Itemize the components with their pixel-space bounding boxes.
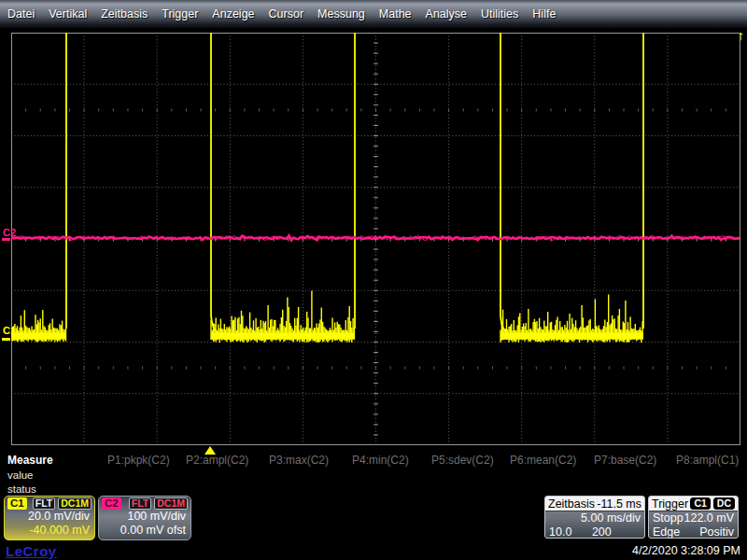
measure-param-p5[interactable]: P5:sdev(C2): [431, 454, 494, 467]
c2-id-badge: C2: [102, 497, 121, 510]
measure-param-p4[interactable]: P4:min(C2): [352, 454, 409, 467]
c1-scale: 20.0 mV/div: [5, 510, 94, 524]
timebase-title: Zeitbasis: [548, 497, 595, 511]
measure-param-p7[interactable]: P7:base(C2): [594, 454, 656, 467]
trigger-box[interactable]: Trigger C1 DC Stopp 122.0 mV Edge Positi…: [648, 496, 739, 539]
menu-mathe[interactable]: Mathe: [379, 7, 412, 21]
trigger-source-badge: C1: [690, 497, 710, 510]
c2-trace-label[interactable]: C2: [3, 228, 16, 238]
timebase-scale: 5.00 ms/div: [581, 511, 641, 525]
c1-zero-marker[interactable]: [2, 338, 10, 341]
c1-descriptor-box[interactable]: C1 FLT DC1M 20.0 mV/div -40.000 mV: [4, 496, 95, 540]
waveform-display: [11, 33, 740, 445]
menu-anzeige[interactable]: Anzeige: [212, 7, 254, 21]
trigger-title: Trigger: [652, 497, 688, 511]
trigger-coupling-badge: DC: [713, 497, 735, 510]
menu-zeitbasis[interactable]: Zeitbasis: [101, 7, 148, 21]
c2-dc1m-badge: DC1M: [154, 497, 188, 510]
menu-hilfe[interactable]: Hilfe: [532, 7, 556, 21]
menu-trigger[interactable]: Trigger: [162, 7, 198, 21]
measure-param-p2[interactable]: P2:ampl(C2): [186, 454, 248, 467]
c2-zero-marker[interactable]: [2, 238, 10, 241]
menu-vertikal[interactable]: Vertikal: [49, 7, 87, 21]
c1-dc1m-badge: DC1M: [58, 497, 92, 510]
menu-cursor[interactable]: Cursor: [269, 7, 304, 21]
timebase-samples: 10.0 MS: [549, 525, 592, 539]
measure-param-p8[interactable]: P8:ampl(C1): [676, 454, 739, 467]
menu-messung[interactable]: Messung: [317, 7, 365, 21]
c2-flt-badge: FLT: [129, 497, 151, 510]
timebase-box[interactable]: Zeitbasis -11.5 ms 5.00 ms/div 10.0 MS 2…: [544, 496, 645, 539]
measure-row-value: value: [7, 469, 34, 481]
c1-trace-label[interactable]: C1: [3, 326, 16, 336]
trigger-level: 122.0 mV: [684, 511, 734, 525]
waveform-svg: [11, 33, 740, 445]
datetime-display: 4/2/2020 3:28:09 PM: [632, 544, 740, 557]
trigger-mode: Stopp: [653, 511, 684, 525]
c2-scale: 100 mV/div: [99, 510, 190, 524]
c1-offset: -40.000 mV: [5, 524, 94, 538]
trigger-type: Edge: [653, 525, 680, 539]
measure-param-p1[interactable]: P1:pkpk(C2): [107, 454, 170, 467]
measure-row-status: status: [7, 483, 36, 495]
menu-bar: Datei Vertikal Zeitbasis Trigger Anzeige…: [0, 0, 747, 28]
menu-datei[interactable]: Datei: [7, 7, 35, 21]
trigger-slope: Positiv: [699, 525, 734, 539]
lecroy-logo: LeCroy: [6, 543, 57, 559]
trigger-level-offscreen-arrow-icon: ↑: [738, 28, 744, 43]
c1-flt-badge: FLT: [33, 497, 55, 510]
measure-title: Measure: [7, 454, 53, 467]
timebase-delay: -11.5 ms: [597, 497, 641, 511]
c2-descriptor-box[interactable]: C2 FLT DC1M 100 mV/div 0.00 mV ofst: [98, 496, 191, 540]
measure-param-p6[interactable]: P6:mean(C2): [510, 454, 576, 467]
measure-param-p3[interactable]: P3:max(C2): [269, 454, 329, 467]
oscilloscope-screen: Datei Vertikal Zeitbasis Trigger Anzeige…: [0, 0, 747, 560]
c2-offset: 0.00 mV ofst: [99, 524, 190, 538]
menu-utilities[interactable]: Utilities: [481, 7, 518, 21]
c1-id-badge: C1: [7, 497, 27, 510]
menu-analyse[interactable]: Analyse: [426, 7, 467, 21]
timebase-rate: 200 MS/s: [592, 525, 641, 539]
